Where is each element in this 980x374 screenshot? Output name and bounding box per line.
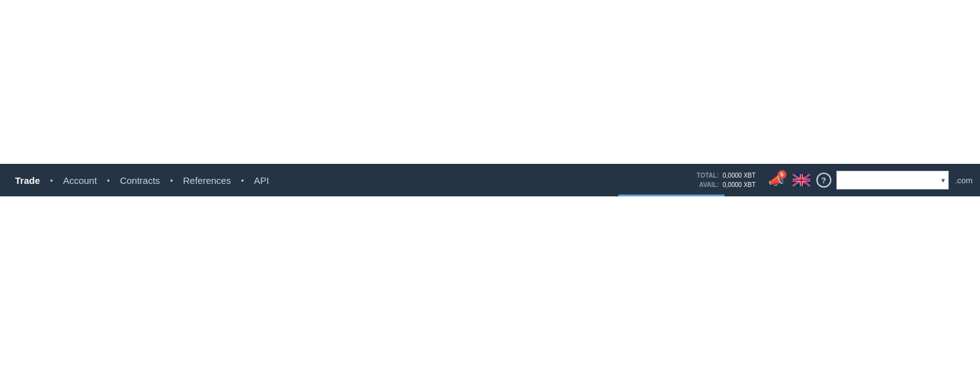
balance-underline bbox=[618, 195, 725, 196]
nav-separator-4: ● bbox=[239, 178, 247, 183]
help-button[interactable]: ? bbox=[816, 173, 831, 188]
balance-info: TOTAL: 0,0000 XBT AVAIL: 0,0000 XBT bbox=[696, 171, 761, 190]
nav-right: TOTAL: 0,0000 XBT AVAIL: 0,0000 XBT 📣 5 … bbox=[696, 170, 973, 190]
nav-item-trade[interactable]: Trade bbox=[7, 164, 47, 196]
total-value: 0,0000 XBT bbox=[723, 171, 756, 180]
notification-badge: 5 bbox=[778, 170, 786, 179]
nav-item-account[interactable]: Account bbox=[56, 164, 104, 196]
avail-label: AVAIL: bbox=[699, 180, 719, 190]
nav-separator-3: ● bbox=[167, 178, 176, 183]
nav-item-api[interactable]: API bbox=[247, 164, 277, 196]
account-input-container: ▼ bbox=[836, 171, 949, 190]
language-button[interactable] bbox=[791, 173, 811, 188]
total-row: TOTAL: 0,0000 XBT bbox=[696, 171, 756, 180]
avail-row: AVAIL: 0,0000 XBT bbox=[699, 180, 756, 190]
account-suffix: .com bbox=[954, 176, 973, 185]
account-input[interactable] bbox=[836, 171, 949, 190]
navbar: Trade ● Account ● Contracts ● References… bbox=[0, 164, 980, 196]
nav-left: Trade ● Account ● Contracts ● References… bbox=[7, 164, 696, 196]
uk-flag-icon bbox=[793, 174, 810, 186]
notification-button[interactable]: 📣 5 bbox=[766, 170, 786, 190]
total-label: TOTAL: bbox=[696, 171, 719, 180]
nav-item-contracts[interactable]: Contracts bbox=[112, 164, 167, 196]
nav-item-references[interactable]: References bbox=[176, 164, 239, 196]
nav-separator-2: ● bbox=[104, 178, 112, 183]
avail-value: 0,0000 XBT bbox=[723, 180, 756, 190]
nav-separator-1: ● bbox=[47, 178, 56, 183]
